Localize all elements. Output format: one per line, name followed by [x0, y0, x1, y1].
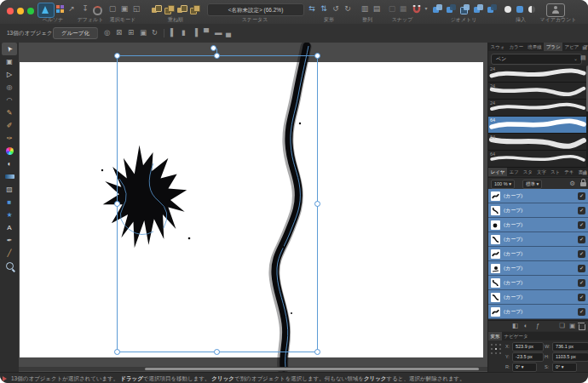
contour-tool[interactable]: ◠ — [2, 94, 17, 106]
layer-visibility-checkbox[interactable]: ✓ — [578, 279, 585, 287]
transparency-tool[interactable]: ▨ — [2, 183, 17, 196]
align-left-icon[interactable]: ▌ — [170, 28, 176, 37]
lock-icon[interactable] — [580, 182, 586, 186]
insert-target-icon[interactable]: ▣ — [140, 28, 147, 37]
minimize-window-button[interactable] — [17, 8, 24, 14]
move-backward-icon[interactable] — [177, 5, 187, 14]
layer-row[interactable]: (カーブ)✓ — [488, 305, 588, 319]
h-field[interactable]: 1103.5 px — [552, 352, 588, 362]
flip-vertical-icon[interactable]: ⇅ — [319, 4, 329, 14]
pencil-tool[interactable]: ✎ — [2, 106, 17, 119]
boolean-combine-icon[interactable] — [487, 4, 498, 14]
selection-handle-top-center[interactable] — [214, 53, 220, 59]
rotate-ccw-icon[interactable]: ↺ — [331, 4, 341, 14]
w-field[interactable]: 736.1 px — [552, 342, 588, 352]
group-button[interactable]: グループ化 — [53, 27, 98, 39]
insert-whole-icon[interactable] — [504, 6, 511, 13]
brushes-menu-icon[interactable]: ▤ — [580, 54, 586, 61]
close-window-button[interactable] — [7, 8, 14, 14]
paint-brush-tool[interactable]: ✑ — [2, 132, 17, 145]
layer-effects-icon[interactable]: ƒ — [536, 322, 539, 329]
selection-handle-bottom-right[interactable] — [314, 349, 320, 355]
boolean-divide-icon[interactable] — [474, 4, 484, 14]
zoom-window-button[interactable] — [27, 8, 34, 14]
canvas-area[interactable] — [19, 43, 487, 372]
panel-menu-icon[interactable]: ▤ — [582, 44, 587, 50]
opacity-dropdown[interactable]: 100 % ▾ — [491, 180, 515, 189]
show-alignment-handles-icon[interactable]: ⊞ — [128, 28, 134, 37]
snap-dropdown-caret-icon[interactable]: ▾ — [423, 4, 429, 14]
color-picker-tool[interactable]: ╱ — [2, 247, 17, 260]
selection-handle-top-right[interactable] — [314, 53, 320, 59]
selection-box-mode-icon[interactable]: ▢ — [107, 4, 118, 14]
layer-visibility-checkbox[interactable]: ✓ — [578, 192, 585, 200]
tab-appearance[interactable]: アピア — [562, 43, 581, 51]
text-tool[interactable]: A — [2, 221, 17, 234]
brush-item[interactable]: 24 — [488, 66, 586, 83]
y-field[interactable]: -23.5 px — [512, 352, 544, 362]
tab-text-styles[interactable]: テキ — [562, 168, 576, 176]
rotate-cw-icon[interactable]: ↻ — [343, 4, 353, 14]
move-tool[interactable]: ➤ — [2, 43, 17, 55]
rotation-handle[interactable] — [210, 45, 216, 51]
selection-bounding-box[interactable] — [117, 55, 318, 352]
brush-item[interactable]: 24 — [488, 83, 586, 100]
add-layer-icon[interactable]: ❏ — [559, 322, 565, 329]
shear-field[interactable]: 0° ▾ — [552, 363, 577, 372]
layer-visibility-checkbox[interactable]: ✓ — [578, 236, 585, 243]
layer-row[interactable]: (カーブ)✓ — [488, 247, 588, 261]
defaults-sync-icon[interactable]: ↧ — [80, 4, 90, 14]
anchor-point-selector[interactable] — [491, 344, 502, 355]
defaults-revert-icon[interactable] — [93, 6, 102, 15]
selection-handle-mid-left[interactable] — [114, 201, 120, 207]
selection-handle-bottom-left[interactable] — [114, 349, 120, 355]
boolean-add-icon[interactable] — [433, 4, 443, 14]
align-top-icon[interactable]: ▀ — [204, 28, 209, 37]
move-forward-icon[interactable] — [164, 5, 174, 14]
brush-item-selected[interactable]: 64 — [488, 117, 586, 134]
mask-layer-icon[interactable]: ◧ — [512, 322, 518, 329]
blend-options-gear-icon[interactable]: ⚙ — [569, 180, 575, 187]
delete-layer-icon[interactable] — [579, 324, 585, 330]
selection-handle-mid-right[interactable] — [314, 201, 320, 207]
snap-candidates-icon[interactable]: ▢ — [387, 4, 397, 14]
align-horizontal-icon[interactable]: ▥ — [360, 4, 370, 14]
document-title[interactable]: <名称未設定> (66.2%) — [207, 3, 304, 16]
node-tool[interactable]: ▷ — [2, 68, 17, 81]
edit-all-layers-icon[interactable]: ◎ — [104, 28, 110, 37]
tab-stroke2[interactable]: スト — [548, 168, 562, 176]
layer-row[interactable]: (カーブ)✓ — [488, 276, 588, 290]
tab-layers[interactable]: レイヤ — [488, 168, 507, 176]
layer-visibility-checkbox[interactable]: ✓ — [578, 250, 585, 258]
tab-effects[interactable]: エフ — [507, 168, 521, 176]
gradient-tool[interactable] — [2, 170, 17, 183]
align-bottom-icon[interactable]: ▄ — [226, 28, 231, 37]
layer-visibility-checkbox[interactable]: ✓ — [578, 221, 585, 229]
transform-objects-icon[interactable]: ⊠ — [116, 28, 122, 37]
point-transform-tool[interactable]: ◎ — [2, 81, 17, 94]
tab-character[interactable]: 文字 — [534, 168, 548, 176]
tab-color[interactable]: カラー — [507, 43, 526, 51]
add-group-icon[interactable]: ▣ — [569, 322, 575, 329]
zoom-tool[interactable] — [2, 260, 17, 272]
x-field[interactable]: 523.9 px — [512, 342, 544, 352]
pixel-persona-button[interactable] — [56, 5, 60, 9]
snap-grid-icon[interactable]: ▦ — [398, 4, 408, 14]
brush-item[interactable]: 64 — [488, 151, 586, 168]
brush-item[interactable]: 24 — [488, 100, 586, 117]
layer-row[interactable]: (カーブ)✓ — [488, 232, 588, 247]
rotation-field[interactable]: 0° ▾ — [512, 363, 537, 372]
selection-fill-mode-icon[interactable]: ▣ — [119, 4, 130, 14]
cycle-selection-icon[interactable]: ↻ — [152, 28, 158, 37]
adjustment-layer-icon[interactable]: ◐ — [524, 322, 528, 329]
vector-brush-tool[interactable]: ✐ — [2, 119, 17, 132]
panel-menu-icon[interactable]: ▤ — [582, 169, 587, 175]
export-persona-button[interactable]: ↗ — [66, 4, 77, 14]
insert-behind-icon[interactable] — [528, 6, 535, 13]
selection-handle-top-left[interactable] — [114, 53, 120, 59]
layer-visibility-checkbox[interactable]: ✓ — [578, 294, 585, 301]
tab-navigator[interactable]: ナビゲータ — [502, 332, 530, 340]
shape-tool[interactable]: ★ — [2, 209, 17, 221]
fill-tool[interactable]: ◐ — [2, 157, 17, 170]
align-center-icon[interactable]: ▮ — [182, 28, 186, 37]
